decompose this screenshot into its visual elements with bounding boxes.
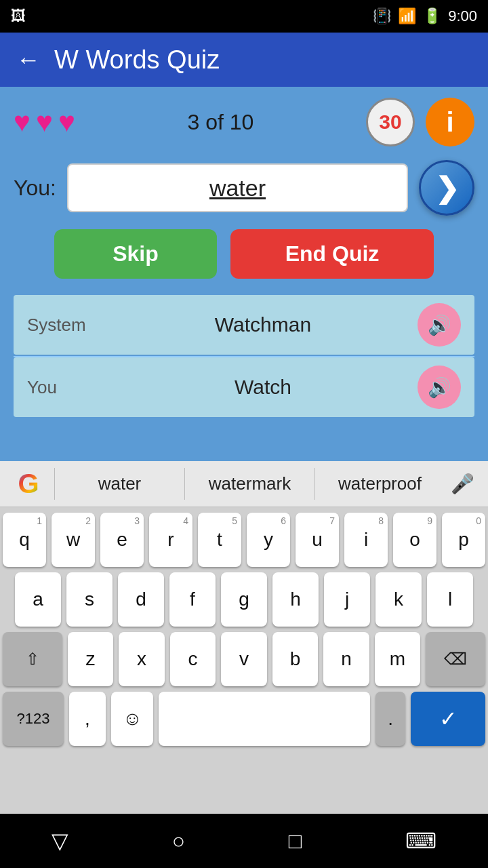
signal-icon: 📶	[398, 7, 416, 25]
next-arrow-icon: ❯	[435, 172, 459, 205]
timer-display: 30	[366, 98, 415, 146]
check-icon: ✓	[439, 706, 458, 732]
keyboard-row-2: a s d f g h j k l	[3, 572, 485, 627]
lives-display: ♥ ♥ ♥	[14, 106, 75, 138]
shift-icon: ⇧	[26, 650, 39, 669]
top-right-controls: 30 i	[366, 98, 474, 146]
key-b[interactable]: b	[272, 632, 319, 686]
key-z[interactable]: z	[68, 632, 114, 686]
you-word-row: You Watch 🔊	[14, 357, 474, 417]
system-word-row: System Watchman 🔊	[14, 295, 474, 355]
period-key[interactable]: .	[375, 692, 405, 746]
key-k[interactable]: k	[375, 572, 422, 627]
key-n[interactable]: n	[323, 632, 369, 686]
you-speaker-icon: 🔊	[428, 376, 451, 399]
system-label: System	[27, 315, 108, 336]
nav-back-button[interactable]: ▽	[52, 828, 68, 854]
key-o[interactable]: 9o	[393, 513, 436, 567]
google-logo: G	[8, 464, 49, 505]
answer-input[interactable]	[67, 163, 408, 212]
key-w[interactable]: 2w	[52, 513, 95, 567]
mic-button[interactable]: 🎤	[445, 467, 480, 502]
action-row: Skip End Quiz	[14, 229, 474, 279]
keyboard-row-3: ⇧ z x c v b n m ⌫	[3, 632, 485, 686]
time-display: 9:00	[448, 7, 477, 25]
nav-keyboard-button[interactable]: ⌨	[405, 828, 436, 854]
key-i[interactable]: 8i	[344, 513, 388, 567]
vibrate-icon: 📳	[373, 7, 391, 25]
sym-label: ?123	[17, 710, 50, 728]
app-bar: ← W Words Quiz	[0, 33, 488, 87]
system-sound-button[interactable]: 🔊	[418, 303, 461, 347]
key-u[interactable]: 7u	[296, 513, 339, 567]
key-comma[interactable]: ,	[69, 692, 106, 746]
space-key[interactable]	[159, 692, 370, 746]
key-t[interactable]: 5t	[198, 513, 241, 567]
system-speaker-icon: 🔊	[428, 314, 451, 336]
nav-home-button[interactable]: ○	[172, 829, 185, 854]
key-g[interactable]: g	[221, 572, 267, 627]
key-emoji[interactable]: ☺	[111, 692, 153, 746]
status-left: 🖼	[11, 7, 26, 25]
key-j[interactable]: j	[324, 572, 370, 627]
key-e[interactable]: 3e	[100, 513, 144, 567]
you-label: You:	[14, 176, 56, 201]
keyboard-row-4: ?123 , ☺ . ✓	[3, 692, 485, 746]
shift-key[interactable]: ⇧	[3, 632, 62, 686]
mic-icon: 🎤	[451, 473, 474, 495]
end-quiz-button[interactable]: End Quiz	[230, 229, 434, 279]
delete-icon: ⌫	[444, 650, 467, 669]
key-v[interactable]: v	[221, 632, 267, 686]
keyboard-area: G water watermark waterproof 🎤 1q 2w 3e …	[0, 461, 488, 814]
suggestion-3[interactable]: waterproof	[314, 468, 445, 500]
suggestion-1[interactable]: water	[54, 468, 184, 500]
info-button[interactable]: i	[426, 98, 474, 146]
heart-3: ♥	[58, 106, 75, 138]
you-sound-button[interactable]: 🔊	[418, 366, 461, 409]
main-content: ♥ ♥ ♥ 3 of 10 30 i You: ❯ Skip End Quiz …	[0, 87, 488, 461]
delete-key[interactable]: ⌫	[426, 632, 485, 686]
next-button[interactable]: ❯	[419, 160, 474, 216]
nav-recent-button[interactable]: □	[289, 829, 302, 854]
key-l[interactable]: l	[427, 572, 473, 627]
key-d[interactable]: d	[118, 572, 164, 627]
key-f[interactable]: f	[169, 572, 216, 627]
key-q[interactable]: 1q	[3, 513, 46, 567]
back-button[interactable]: ←	[16, 45, 41, 74]
key-p[interactable]: 0p	[442, 513, 485, 567]
suggestions-bar: G water watermark waterproof 🎤	[0, 461, 488, 507]
sym-key[interactable]: ?123	[3, 692, 64, 746]
you-word-value: Watch	[108, 376, 418, 399]
emoji-icon: ☺	[123, 708, 142, 730]
key-h[interactable]: h	[272, 572, 319, 627]
you-word-label: You	[27, 377, 108, 398]
key-m[interactable]: m	[375, 632, 421, 686]
enter-key[interactable]: ✓	[411, 692, 485, 746]
status-bar: 🖼 📳 📶 🔋 9:00	[0, 0, 488, 33]
suggestion-2[interactable]: watermark	[184, 468, 314, 500]
keyboard-row-1: 1q 2w 3e 4r 5t 6y 7u 8i 9o 0p	[3, 513, 485, 567]
period-label: .	[388, 708, 393, 730]
heart-1: ♥	[14, 106, 30, 138]
key-y[interactable]: 6y	[247, 513, 290, 567]
key-s[interactable]: s	[66, 572, 113, 627]
system-word-section: System Watchman 🔊	[14, 295, 474, 355]
you-word-section: You Watch 🔊	[14, 357, 474, 417]
key-x[interactable]: x	[119, 632, 165, 686]
key-a[interactable]: a	[15, 572, 61, 627]
key-c[interactable]: c	[170, 632, 216, 686]
top-row: ♥ ♥ ♥ 3 of 10 30 i	[14, 98, 474, 146]
progress-display: 3 of 10	[187, 110, 253, 135]
heart-2: ♥	[36, 106, 53, 138]
photo-icon: 🖼	[11, 7, 26, 25]
status-right: 📳 📶 🔋 9:00	[373, 7, 477, 25]
key-r[interactable]: 4r	[149, 513, 192, 567]
input-row: You: ❯	[14, 160, 474, 216]
keyboard: 1q 2w 3e 4r 5t 6y 7u 8i 9o 0p a s d f g …	[0, 507, 488, 814]
nav-bar: ▽ ○ □ ⌨	[0, 814, 488, 868]
system-word-value: Watchman	[108, 313, 418, 336]
comma-label: ,	[85, 708, 90, 730]
skip-button[interactable]: Skip	[54, 229, 217, 279]
app-title: W Words Quiz	[54, 45, 220, 75]
battery-icon: 🔋	[423, 7, 441, 25]
